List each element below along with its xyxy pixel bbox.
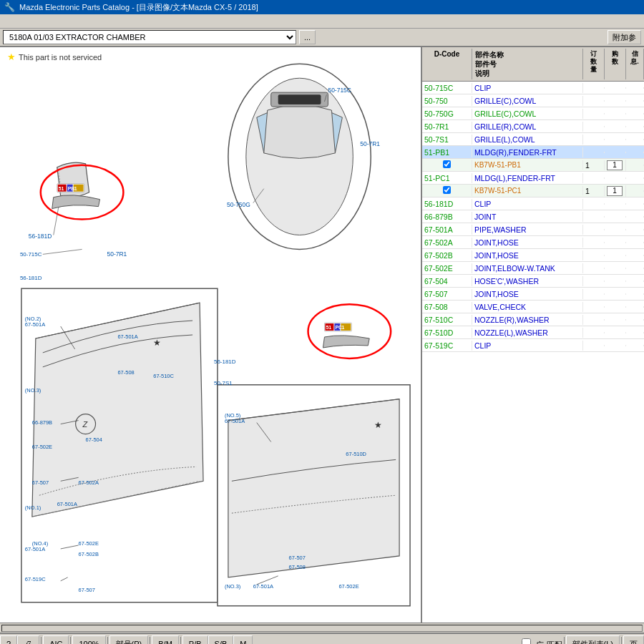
part-dcode: 66-879B: [422, 212, 472, 222]
part-dcode: 67-504: [422, 276, 472, 286]
part-order-input[interactable]: [605, 160, 626, 171]
part-name: GRILLE(R),COWL: [472, 122, 583, 132]
part-number-button[interactable]: 部号(P): [109, 635, 149, 644]
m-button[interactable]: M: [233, 635, 253, 644]
part-checkbox[interactable]: [422, 160, 472, 170]
part-dcode: 67-502B: [422, 250, 472, 260]
part-order: [605, 319, 626, 321]
svg-text:50-7R1: 50-7R1: [107, 250, 127, 258]
aic-button[interactable]: AIC: [43, 635, 69, 644]
secondary-cowl-diagram: ★ (NO.5) 67-501A 67-507 67-508 67-510D (…: [218, 385, 410, 606]
part-dcode: 50-7R1: [422, 122, 472, 132]
part-info: [626, 216, 644, 218]
svg-text:67-502E: 67-502E: [32, 444, 52, 450]
table-row[interactable]: 67-510D NOZZLE(L),WASHER: [422, 326, 644, 339]
table-row[interactable]: 67-502B JOINT,HOSE: [422, 249, 644, 262]
zoom-button[interactable]: 100%: [72, 635, 105, 644]
svg-text:50-7R1: 50-7R1: [360, 140, 380, 147]
header-partname: 部件名称 部件号 说明: [472, 49, 583, 79]
app-icon: 🔧: [4, 2, 15, 12]
parts-panel: D-Code 部件名称 部件号 说明 订数量 购数 信息. 50-715C CL…: [422, 47, 644, 623]
svg-text:50-715C: 50-715C: [328, 87, 351, 94]
svg-text:67-504: 67-504: [86, 436, 102, 443]
table-row[interactable]: 50-750G GRILLE(C),COWL: [422, 107, 644, 120]
part-order: [605, 87, 626, 89]
part-qty: [583, 332, 605, 333]
svg-text:67-501A: 67-501A: [25, 546, 45, 552]
match-checkbox[interactable]: [522, 638, 531, 645]
print-button[interactable]: 🖨: [17, 635, 39, 644]
svg-text:50-715C: 50-715C: [20, 251, 42, 258]
svg-text:56-181D: 56-181D: [29, 233, 52, 240]
part-name: VALVE,CHECK: [472, 302, 583, 312]
table-row[interactable]: 51-PC1 MLDG(L),FENDER-FRT: [422, 172, 644, 185]
header-qty: 订数量: [583, 49, 605, 79]
part-order: [605, 268, 626, 269]
extra-button[interactable]: 附加参: [608, 30, 641, 44]
svg-text:★: ★: [153, 338, 161, 348]
parts-list[interactable]: 50-715C CLIP 50-750 GRILLE(C),COWL 50-75…: [422, 82, 644, 623]
dots-button[interactable]: ...: [299, 30, 316, 44]
part-dcode: 51-PB1: [422, 147, 472, 157]
sb-button[interactable]: S/B: [208, 635, 234, 644]
table-row[interactable]: 67-501A PIPE,WASHER: [422, 223, 644, 236]
part-qty: [583, 177, 605, 179]
parts-list-button[interactable]: 部件列表(L): [566, 635, 620, 644]
part-info: [626, 280, 644, 282]
table-row[interactable]: 50-7R1 GRILLE(R),COWL: [422, 120, 644, 133]
part-name: CLIP: [472, 83, 583, 93]
help-button[interactable]: ?: [0, 635, 17, 644]
part-name: GRILLE(L),COWL: [472, 135, 583, 145]
part-qty: [583, 113, 605, 114]
part-info: [626, 113, 644, 114]
table-row[interactable]: 50-715C CLIP: [422, 82, 644, 94]
svg-text:67-507: 67-507: [289, 555, 306, 561]
part-qty: [583, 280, 605, 282]
table-row[interactable]: 66-879B JOINT: [422, 210, 644, 223]
table-row[interactable]: 67-508 VALVE,CHECK: [422, 301, 644, 313]
table-row[interactable]: 67-504 HOSE'C',WASHER: [422, 275, 644, 288]
part-info: [626, 255, 644, 256]
part-dcode: 67-502A: [422, 238, 472, 248]
separator: [180, 637, 181, 644]
separator: [70, 637, 71, 644]
svg-text:(NO.3): (NO.3): [225, 583, 241, 590]
part-order: [605, 113, 626, 114]
table-row-sub[interactable]: KB7W-51-PB1 1: [422, 159, 644, 172]
table-row-sub[interactable]: KB7W-51-PC1 1: [422, 185, 644, 197]
pb-button[interactable]: P/B: [182, 635, 208, 644]
part-name: GRILLE(C),COWL: [472, 109, 583, 119]
part-dcode: 67-510C: [422, 315, 472, 325]
horizontal-scrollbar[interactable]: [0, 623, 644, 633]
part-info: [626, 268, 644, 269]
title-bar: 🔧 Mazda Electronic Parts Catalog - [目录图像…: [0, 0, 644, 14]
svg-text:50-7S1: 50-7S1: [214, 380, 233, 386]
part-order-input[interactable]: [605, 185, 626, 197]
table-row[interactable]: 50-750 GRILLE(C),COWL: [422, 94, 644, 107]
part-name: PIPE,WASHER: [472, 225, 583, 235]
part-order: [605, 306, 626, 308]
table-row[interactable]: 67-519C CLIP: [422, 339, 644, 352]
svg-text:67-519C: 67-519C: [25, 576, 46, 582]
section-dropdown[interactable]: 5180A 01/03 EXTRACTOR CHAMBER: [3, 30, 296, 44]
table-row[interactable]: 56-181D CLIP: [422, 197, 644, 210]
table-row[interactable]: 67-510C NOZZLE(R),WASHER: [422, 313, 644, 326]
part-order: [605, 152, 626, 153]
table-row[interactable]: 67-502E JOINT,ELBOW-W.TANK: [422, 262, 644, 275]
part-info: [626, 345, 644, 346]
separator: [41, 637, 42, 644]
part-dcode: 67-507: [422, 289, 472, 299]
page-button[interactable]: 页: [623, 635, 644, 644]
table-row[interactable]: 51-PB1 MLDG(R),FENDER-FRT: [422, 146, 644, 159]
part-info: [626, 177, 644, 179]
bm-button[interactable]: B/M: [152, 635, 179, 644]
main-container: ★ This part is not serviced 50-750G 50-: [0, 47, 644, 623]
part-name: MLDG(R),FENDER-FRT: [472, 147, 583, 157]
part-dcode: 50-750G: [422, 109, 472, 119]
part-checkbox[interactable]: [422, 185, 472, 196]
table-row[interactable]: 67-507 JOINT,HOSE: [422, 288, 644, 301]
part-dcode: 50-715C: [422, 83, 472, 93]
table-row[interactable]: 50-7S1 GRILLE(L),COWL: [422, 133, 644, 146]
table-row[interactable]: 67-502A JOINT,HOSE: [422, 236, 644, 249]
svg-text:(NO.1): (NO.1): [25, 504, 42, 511]
